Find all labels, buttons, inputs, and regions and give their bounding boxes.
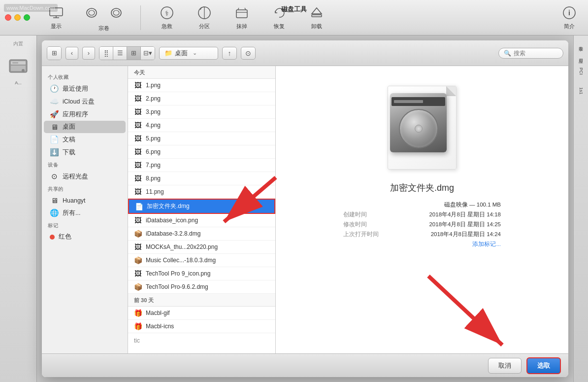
- back-btn[interactable]: ‹: [65, 47, 78, 60]
- right-panel-pci[interactable]: PCI: [578, 65, 585, 77]
- file-icon: 📦: [134, 256, 142, 264]
- meta-opened-row: 上次打开时间 2018年4月8日星期日 14:24: [343, 231, 501, 238]
- toolbar-rescue-btn[interactable]: ⚕ 急救: [153, 3, 181, 32]
- view-list-btn[interactable]: ☰: [113, 47, 127, 60]
- erase-label: 抹掉: [236, 23, 247, 30]
- right-panel-volume[interactable]: 宗卷: [577, 40, 585, 45]
- sidebar-item-icloud[interactable]: ☁️ iCloud 云盘: [44, 95, 126, 108]
- apps-icon: 🚀: [50, 110, 59, 119]
- toolbar-partition-btn[interactable]: 分区: [191, 3, 218, 32]
- file-icon: 🎁: [134, 322, 142, 330]
- sidebar-device-item[interactable]: A...: [2, 54, 34, 87]
- add-tag-link[interactable]: 添加标记...: [472, 241, 501, 248]
- path-label: 桌面: [175, 49, 188, 58]
- finder-toolbar: ⊞ ‹ › ⣿ ☰ ⊞ ⊟▾ 📁 桌面 ⌄ ↑ ⊙ 🔍: [42, 40, 568, 66]
- sidebar-item-docs[interactable]: 📄 文稿: [44, 133, 126, 146]
- list-item[interactable]: 📦 TechTool Pro-9.6.2.dmg: [128, 280, 275, 294]
- sidebar-item-apps[interactable]: 🚀 应用程序: [44, 108, 126, 121]
- section-shared: 共享的: [42, 183, 128, 194]
- finder-content: 个人收藏 🕐 最近使用 ☁️ iCloud 云盘 🚀 应用程序 🖥 桌面: [42, 66, 568, 353]
- list-item[interactable]: 🖼 7.png: [128, 159, 275, 172]
- meta-opened-label: 上次打开时间: [343, 231, 379, 238]
- volume-label: 宗卷: [98, 25, 109, 32]
- sidebar-item-downloads[interactable]: ⬇️ 下载: [44, 146, 126, 159]
- list-item[interactable]: 🖼 MOCKsA_thu...20x220.png: [128, 241, 275, 254]
- list-item[interactable]: 🖼 6.png: [128, 145, 275, 159]
- toolbar-simple-btn[interactable]: i 简介: [555, 3, 583, 32]
- list-item[interactable]: 🖼 2.png: [128, 92, 275, 105]
- toolbar-volume-btn[interactable]: [80, 3, 103, 23]
- file-icon: 🖼: [134, 216, 142, 224]
- partition-icon: [196, 5, 212, 21]
- list-item[interactable]: 🖼 5.png: [128, 132, 275, 145]
- sidebar-item-huangyt[interactable]: 🖥 Huangyt: [44, 194, 126, 207]
- meta-opened-value: 2018年4月8日星期日 14:24: [431, 231, 501, 238]
- file-name: 6.png: [146, 148, 269, 155]
- list-item[interactable]: 🖼 1.png: [128, 79, 275, 92]
- meta-created-row: 创建时间 2018年4月8日 星期日 14:18: [343, 211, 501, 218]
- simple-label: 简介: [564, 23, 575, 30]
- tic-label: tic: [128, 333, 275, 348]
- view-column-btn[interactable]: ⊞: [127, 47, 141, 60]
- list-item[interactable]: 📦 iDatabase-3.2.8.dmg: [128, 227, 275, 241]
- meta-modified-label: 修改时间: [343, 221, 367, 228]
- list-item[interactable]: 🖼 TechTool Pro 9_icon.png: [128, 267, 275, 280]
- close-button[interactable]: [5, 14, 11, 21]
- section-today: 今天: [128, 66, 275, 79]
- tag-btn[interactable]: ⊙: [241, 47, 256, 60]
- path-bar[interactable]: 📁 桌面 ⌄: [159, 47, 218, 60]
- volume-icon2: [108, 5, 124, 21]
- svg-marker-15: [312, 8, 322, 14]
- search-input[interactable]: [514, 50, 558, 57]
- sidebar-item-remote-disc[interactable]: ⊙ 远程光盘: [44, 170, 126, 183]
- sidebar-item-recents[interactable]: 🕐 最近使用: [44, 82, 126, 95]
- apps-label: 应用程序: [63, 110, 88, 119]
- list-item[interactable]: 🎁 Macbl-icns: [128, 320, 275, 333]
- file-icon: 🖼: [134, 161, 142, 169]
- minimize-button[interactable]: [14, 14, 21, 21]
- view-grid-btn[interactable]: ⣿: [99, 47, 113, 60]
- forward-btn[interactable]: ›: [82, 47, 95, 60]
- meta-type-value: 磁盘映像 — 100.1 MB: [444, 201, 501, 208]
- list-item[interactable]: 🖼 3.png: [128, 105, 275, 119]
- sidebar-item-desktop[interactable]: 🖥 桌面: [44, 121, 126, 133]
- svg-point-22: [22, 69, 25, 72]
- meta-type-row: 磁盘映像 — 100.1 MB: [343, 201, 501, 208]
- finder-bottom-bar: 取消 选取: [42, 353, 568, 377]
- file-icon: 🎁: [134, 309, 142, 317]
- section-devices: 设备: [42, 159, 128, 170]
- list-item[interactable]: 🎁 Macbl-gif: [128, 307, 275, 320]
- toolbar-volume-btn2[interactable]: [104, 3, 128, 23]
- partition-label: 分区: [199, 23, 210, 30]
- toolbar-unmount-btn[interactable]: 卸载: [303, 3, 330, 32]
- device-label: A...: [15, 80, 22, 85]
- device-disk-icon: [8, 56, 28, 79]
- list-item[interactable]: 🖼 iDatabase_icon.png: [128, 214, 275, 227]
- share-btn[interactable]: ↑: [222, 47, 237, 60]
- right-panel-1s1[interactable]: 1s1: [578, 85, 585, 97]
- select-button[interactable]: 选取: [526, 357, 561, 374]
- file-name: 8.png: [146, 175, 269, 182]
- right-panel-app[interactable]: 应用: [577, 53, 585, 58]
- file-icon: 🖼: [134, 148, 142, 156]
- list-item[interactable]: 🖼 8.png: [128, 172, 275, 185]
- all-icon: 🌐: [50, 208, 59, 217]
- unmount-label: 卸载: [311, 23, 322, 30]
- sidebar-item-all[interactable]: 🌐 所有...: [44, 207, 126, 219]
- simple-icon: i: [561, 5, 577, 21]
- list-item[interactable]: 📦 Music Collec...-18.0.3.dmg: [128, 254, 275, 267]
- file-name: 11.png: [146, 188, 269, 195]
- remote-disc-icon: ⊙: [50, 172, 59, 181]
- toolbar-erase-btn[interactable]: 抹掉: [228, 3, 256, 32]
- view-mode-group: ⊞: [47, 46, 62, 60]
- maximize-button[interactable]: [24, 14, 30, 21]
- cancel-button[interactable]: 取消: [488, 358, 522, 374]
- list-item[interactable]: 🖼 11.png: [128, 185, 275, 199]
- list-item[interactable]: 🖼 4.png: [128, 119, 275, 132]
- preview-filename: 加密文件夹.dmg: [390, 182, 454, 194]
- remote-disc-label: 远程光盘: [63, 173, 88, 181]
- selected-file-item[interactable]: 📄 加密文件夹.dmg: [128, 199, 275, 214]
- sidebar-item-red-tag[interactable]: 红色: [44, 231, 126, 243]
- view-gallery-btn[interactable]: ⊟▾: [141, 47, 155, 60]
- view-icon-btn[interactable]: ⊞: [47, 47, 61, 60]
